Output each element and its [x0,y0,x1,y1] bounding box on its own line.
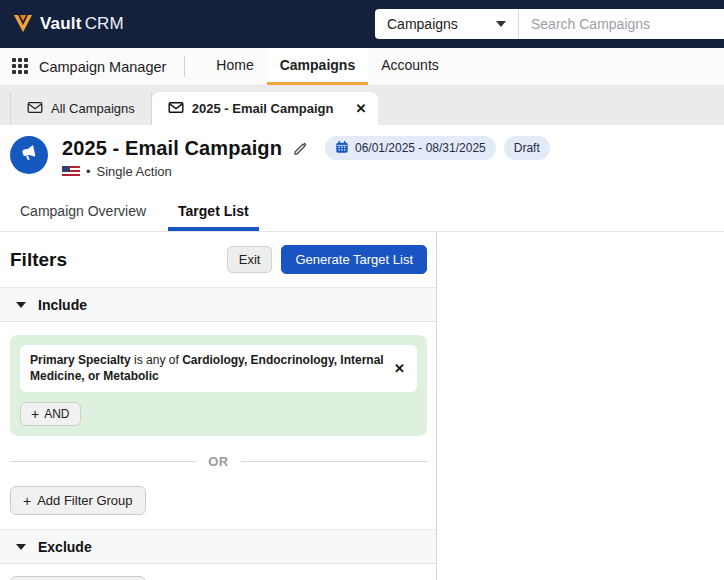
close-icon[interactable]: ✕ [355,101,366,116]
topbar: VaultCRM Campaigns [0,0,724,48]
add-filter-group-label: Add Filter Group [37,493,132,508]
remove-condition-icon[interactable]: ✕ [392,361,407,376]
include-section-header[interactable]: Include [0,287,436,322]
date-range-value: 06/01/2025 - 08/31/2025 [355,141,486,155]
or-label: OR [208,454,229,469]
filter-condition-text: Primary Specialty is any of Cardiology, … [30,353,392,384]
global-search: Campaigns [375,9,724,39]
calendar-icon [335,140,349,157]
status-badge: Draft [504,136,550,160]
exclude-add-filter-group-button[interactable]: +Add Filter Group [10,576,146,580]
generate-target-list-button[interactable]: Generate Target List [281,245,427,274]
search-input[interactable] [519,9,724,39]
tab-2025-email-campaign[interactable]: 2025 - Email Campaign ✕ [152,92,379,125]
page-title: 2025 - Email Campaign [62,137,282,160]
megaphone-icon [19,143,39,167]
right-pane [437,232,724,580]
or-divider: OR [10,454,427,469]
divider-line [10,461,196,462]
plus-icon: + [23,494,31,508]
search-scope-value: Campaigns [387,16,458,32]
nav-item-home[interactable]: Home [203,48,266,85]
filters-panel: Filters Exit Generate Target List Includ… [0,232,437,580]
envelope-icon [168,101,184,117]
caret-down-icon [16,544,26,550]
divider-line [241,461,427,462]
brand-name: VaultCRM [40,14,124,34]
filters-heading: Filters [10,249,67,271]
envelope-icon [27,101,43,117]
exclude-label: Exclude [38,539,92,555]
include-label: Include [38,297,87,313]
app-nav: Campaign Manager Home Campaigns Accounts [0,48,724,86]
tab-target-list[interactable]: Target List [168,195,259,231]
app-name: Campaign Manager [39,59,166,75]
brand-logo: VaultCRM [12,14,124,34]
condition-field: Primary Specialty [30,353,131,367]
document-tabbar: All Campaigns 2025 - Email Campaign ✕ [0,86,724,125]
tab-label: All Campaigns [51,101,135,116]
condition-operator: is any of [134,353,179,367]
filter-condition-card[interactable]: Primary Specialty is any of Cardiology, … [20,345,417,392]
and-button-label: AND [44,407,69,421]
nav-item-campaigns[interactable]: Campaigns [267,48,368,85]
include-filter-group: Primary Specialty is any of Cardiology, … [10,335,427,436]
section-tabs: Campaign Overview Target List [0,195,724,232]
tab-campaign-overview[interactable]: Campaign Overview [10,195,156,231]
edit-pencil-icon[interactable] [292,140,309,157]
chevron-down-icon [496,21,506,27]
caret-down-icon [16,302,26,308]
tab-label: 2025 - Email Campaign [192,101,334,116]
search-scope-dropdown[interactable]: Campaigns [375,9,519,39]
campaign-type-label: Single Action [97,164,172,179]
app-grid-icon[interactable] [12,58,29,75]
campaign-header: 2025 - Email Campaign [0,125,724,195]
nav-divider [184,56,185,77]
plus-icon: + [31,407,39,421]
vault-logo-icon [12,14,34,34]
campaign-subtitle: • Single Action [62,164,550,179]
add-and-condition-button[interactable]: +AND [20,402,81,426]
date-range-badge: 06/01/2025 - 08/31/2025 [325,136,496,160]
include-add-filter-group-button[interactable]: +Add Filter Group [10,486,146,515]
nav-item-accounts[interactable]: Accounts [368,48,452,85]
exit-button[interactable]: Exit [227,246,273,273]
bullet-separator: • [86,164,91,179]
campaign-avatar [10,136,48,174]
tab-all-campaigns[interactable]: All Campaigns [10,92,152,125]
exclude-section-header[interactable]: Exclude [0,529,436,564]
us-flag-icon [62,166,80,178]
content-area: Filters Exit Generate Target List Includ… [0,232,724,580]
